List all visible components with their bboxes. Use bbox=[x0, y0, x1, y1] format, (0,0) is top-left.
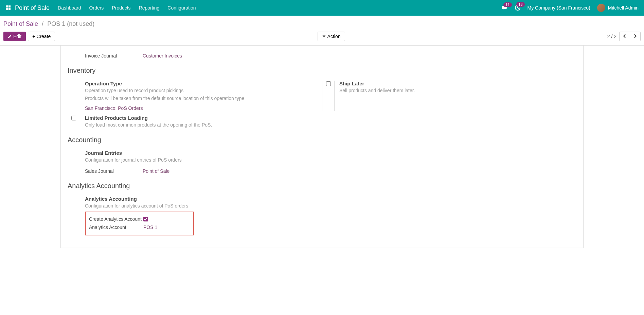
invoice-journal-label: Invoice Journal bbox=[85, 53, 143, 59]
svg-rect-0 bbox=[6, 5, 8, 7]
control-bar: Edit + Create Action 2 / 2 bbox=[0, 30, 644, 46]
sales-journal-value[interactable]: Point of Sale bbox=[143, 168, 169, 174]
breadcrumb: Point of Sale / POS 1 (not used) bbox=[0, 16, 644, 30]
svg-rect-2 bbox=[6, 8, 8, 10]
invoice-journal-value[interactable]: Customer Invoices bbox=[143, 53, 182, 59]
user-menu[interactable]: Mitchell Admin bbox=[597, 4, 639, 12]
section-accounting: Accounting bbox=[68, 136, 576, 144]
messages-badge: 11 bbox=[503, 2, 512, 7]
activities-badge: 13 bbox=[516, 2, 524, 7]
create-analytics-label: Create Analytics Account bbox=[89, 216, 143, 222]
operation-type-desc2: Products will be taken from the default … bbox=[85, 95, 322, 102]
svg-rect-1 bbox=[8, 5, 11, 7]
svg-rect-3 bbox=[8, 8, 11, 10]
top-navbar: Point of Sale Dashboard Orders Products … bbox=[0, 0, 644, 16]
action-button[interactable]: Action bbox=[318, 32, 345, 41]
operation-type-title: Operation Type bbox=[85, 81, 322, 86]
app-brand[interactable]: Point of Sale bbox=[15, 4, 50, 12]
analytics-sub-title: Analytics Accounting bbox=[85, 196, 576, 202]
journal-entries-title: Journal Entries bbox=[85, 150, 576, 156]
pager-prev[interactable] bbox=[620, 32, 630, 41]
activities-icon[interactable]: 13 bbox=[515, 5, 521, 11]
analytics-account-value[interactable]: POS 1 bbox=[143, 225, 157, 230]
create-button[interactable]: + Create bbox=[28, 32, 55, 41]
pager-text[interactable]: 2 / 2 bbox=[607, 34, 616, 39]
apps-icon[interactable] bbox=[5, 5, 11, 11]
section-analytics: Analytics Accounting bbox=[68, 182, 576, 190]
breadcrumb-sep: / bbox=[42, 20, 43, 27]
sales-journal-label: Sales Journal bbox=[85, 168, 143, 174]
messages-icon[interactable]: 11 bbox=[502, 5, 508, 11]
create-analytics-checkbox[interactable] bbox=[143, 217, 148, 221]
limited-products-title: Limited Products Loading bbox=[85, 115, 576, 121]
ship-later-checkbox[interactable] bbox=[326, 81, 331, 86]
gear-icon bbox=[322, 34, 326, 38]
ship-later-title: Ship Later bbox=[339, 81, 576, 86]
avatar bbox=[597, 4, 605, 12]
company-selector[interactable]: My Company (San Francisco) bbox=[527, 5, 590, 11]
journal-entries-desc: Configuration for journal entries of PoS… bbox=[85, 156, 576, 164]
user-name: Mitchell Admin bbox=[608, 5, 639, 11]
operation-type-desc1: Operation type used to record product pi… bbox=[85, 87, 322, 94]
nav-dashboard[interactable]: Dashboard bbox=[58, 5, 81, 11]
pager-next[interactable] bbox=[630, 32, 640, 41]
pencil-icon bbox=[8, 34, 12, 38]
limited-products-checkbox[interactable] bbox=[71, 116, 76, 120]
form-sheet: Invoice Journal Customer Invoices Invent… bbox=[60, 46, 584, 248]
plus-icon: + bbox=[32, 34, 35, 39]
breadcrumb-root[interactable]: Point of Sale bbox=[3, 20, 38, 27]
analytics-account-label: Analytics Account bbox=[89, 225, 143, 230]
chevron-right-icon bbox=[633, 34, 637, 38]
breadcrumb-current: POS 1 (not used) bbox=[47, 20, 94, 27]
operation-type-value[interactable]: San Francisco: PoS Orders bbox=[85, 105, 143, 111]
chevron-left-icon bbox=[623, 34, 626, 38]
analytics-highlight: Create Analytics Account Analytics Accou… bbox=[85, 212, 194, 235]
edit-button[interactable]: Edit bbox=[3, 32, 26, 41]
nav-configuration[interactable]: Configuration bbox=[167, 5, 196, 11]
nav-orders[interactable]: Orders bbox=[89, 5, 104, 11]
ship-later-desc: Sell products and deliver them later. bbox=[339, 87, 576, 94]
section-inventory: Inventory bbox=[68, 67, 576, 74]
nav-products[interactable]: Products bbox=[112, 5, 130, 11]
analytics-desc: Configuration for analytics account of P… bbox=[85, 202, 576, 210]
limited-products-desc: Only load most common products at the op… bbox=[85, 121, 576, 129]
nav-reporting[interactable]: Reporting bbox=[139, 5, 160, 11]
